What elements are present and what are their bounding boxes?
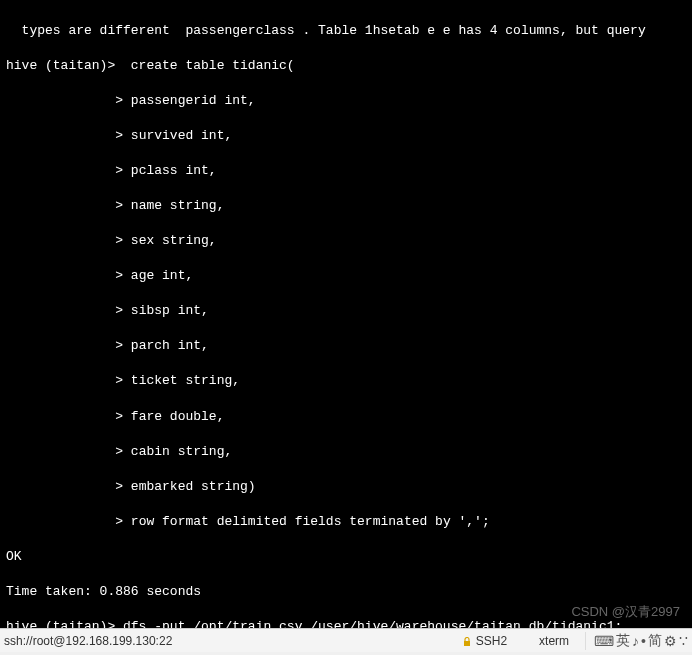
lock-icon: [462, 637, 472, 647]
gear-icon[interactable]: ⚙: [664, 633, 677, 649]
keyboard-icon[interactable]: ⌨: [594, 633, 614, 649]
ddl-line: > ticket string,: [6, 372, 686, 390]
protocol-label: SSH2: [446, 634, 523, 648]
punct-icon[interactable]: •: [641, 633, 646, 649]
ddl-line: > cabin string,: [6, 443, 686, 461]
term-label: xterm: [523, 634, 585, 648]
ddl-line: > row format delimited fields terminated…: [6, 513, 686, 531]
status-bar: ssh://root@192.168.199.130:22 SSH2 xterm…: [0, 628, 692, 652]
connection-label: ssh://root@192.168.199.130:22: [4, 634, 446, 648]
ddl-line: > fare double,: [6, 408, 686, 426]
music-icon[interactable]: ♪: [632, 633, 639, 649]
ime-char[interactable]: 英: [616, 632, 630, 650]
ddl-line: > sibsp int,: [6, 302, 686, 320]
ddl-line: > embarked string): [6, 478, 686, 496]
ddl-line: types are different passengerclass . Tab…: [6, 22, 686, 40]
terminal-output[interactable]: types are different passengerclass . Tab…: [0, 0, 692, 628]
ime-tray[interactable]: ⌨ 英 ♪ • 简 ⚙ ∵: [585, 632, 688, 650]
ddl-line: > passengerid int,: [6, 92, 686, 110]
ddl-line: > sex string,: [6, 232, 686, 250]
watermark: CSDN @汉青2997: [571, 603, 680, 621]
ddl-line: > parch int,: [6, 337, 686, 355]
more-icon[interactable]: ∵: [679, 633, 688, 649]
svg-rect-0: [464, 641, 470, 646]
ddl-line: > name string,: [6, 197, 686, 215]
ddl-line: > pclass int,: [6, 162, 686, 180]
ime-char[interactable]: 简: [648, 632, 662, 650]
ddl-line: hive (taitan)> create table tidanic(: [6, 57, 686, 75]
ok-line: OK: [6, 548, 686, 566]
ddl-line: > age int,: [6, 267, 686, 285]
ddl-line: > survived int,: [6, 127, 686, 145]
time-line: Time taken: 0.886 seconds: [6, 583, 686, 601]
